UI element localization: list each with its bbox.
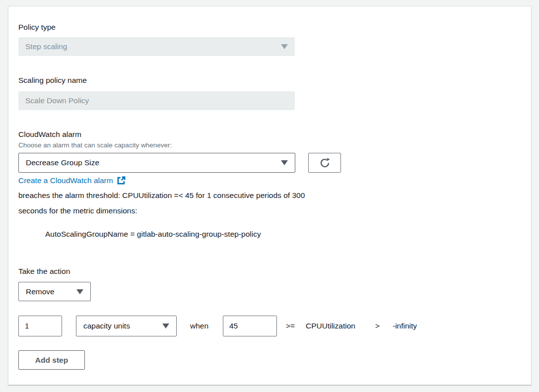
take-the-action-label: Take the action <box>18 266 70 276</box>
metric-dimension-text: AutoScalingGroupName = gitlab-auto-scali… <box>45 229 261 239</box>
policy-name-placeholder: Scale Down Policy <box>25 96 89 105</box>
policy-name-input: Scale Down Policy <box>18 91 295 110</box>
step-amount-input[interactable] <box>18 316 62 336</box>
lower-bound-label: -infinity <box>393 316 417 336</box>
step-threshold-input[interactable] <box>223 316 277 336</box>
policy-type-select: Step scaling <box>18 37 295 56</box>
cloudwatch-alarm-label: CloudWatch alarm <box>18 130 81 139</box>
cloudwatch-alarm-description: Choose an alarm that can scale capacity … <box>18 141 172 150</box>
refresh-icon <box>319 157 331 169</box>
alarm-threshold-text-line1: breaches the alarm threshold: CPUUtiliza… <box>18 191 305 200</box>
step-adjustment-row: capacity units when >= CPUUtilization > … <box>18 316 520 336</box>
chevron-down-icon <box>162 324 169 328</box>
cloudwatch-alarm-selected-value: Decrease Group Size <box>26 158 99 167</box>
policy-type-label: Policy type <box>18 22 56 32</box>
step-unit-select[interactable]: capacity units <box>76 316 177 336</box>
chevron-down-icon <box>281 160 288 165</box>
scaling-policy-form-card: Policy type Step scaling Scaling policy … <box>8 6 532 385</box>
upper-operator-label: >= <box>286 316 295 336</box>
policy-type-value: Step scaling <box>25 42 67 51</box>
when-label: when <box>190 316 208 336</box>
chevron-down-icon <box>76 289 83 294</box>
refresh-alarms-button[interactable] <box>308 153 341 173</box>
policy-name-label: Scaling policy name <box>18 75 87 85</box>
lower-operator-label: > <box>375 316 380 336</box>
external-link-icon <box>117 176 126 185</box>
step-unit-value: capacity units <box>83 322 130 330</box>
cloudwatch-alarm-select[interactable]: Decrease Group Size <box>18 153 295 173</box>
chevron-down-icon <box>281 44 288 49</box>
action-type-value: Remove <box>26 287 55 296</box>
action-type-select[interactable]: Remove <box>18 282 91 301</box>
create-cloudwatch-alarm-link[interactable]: Create a CloudWatch alarm <box>18 176 126 185</box>
add-step-button[interactable]: Add step <box>18 350 85 370</box>
create-cloudwatch-alarm-link-text[interactable]: Create a CloudWatch alarm <box>18 176 113 185</box>
metric-name-label: CPUUtilization <box>306 316 355 336</box>
alarm-threshold-text-line2: seconds for the metric dimensions: <box>18 206 137 216</box>
